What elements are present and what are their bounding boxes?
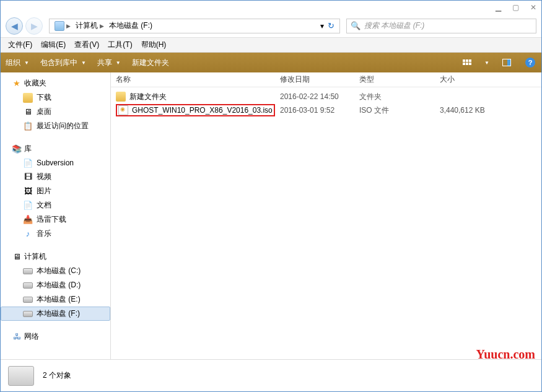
titlebar: ▁ ▢ ✕ xyxy=(1,1,541,14)
close-button[interactable]: ✕ xyxy=(530,3,536,12)
view-dropdown-icon[interactable]: ▼ xyxy=(484,60,489,66)
view-options-button[interactable] xyxy=(461,56,473,69)
navigation-pane: ★收藏夹 下载 🖥桌面 📋最近访问的位置 📚库 📄Subversion 🎞视频 … xyxy=(1,72,111,359)
sidebar-item-thunder[interactable]: 📥迅雷下载 xyxy=(1,212,110,227)
favorites-group[interactable]: ★收藏夹 xyxy=(1,76,110,90)
menu-bar: 文件(F) 编辑(E) 查看(V) 工具(T) 帮助(H) xyxy=(1,38,541,53)
computer-group[interactable]: 🖥计算机 xyxy=(1,250,110,264)
nav-bar: ◀ ▶ ▶ 计算机▶ 本地磁盘 (F:) ▾ ↻ 🔍 搜索 本地磁盘 (F:) xyxy=(1,14,541,38)
sidebar-item-recent[interactable]: 📋最近访问的位置 xyxy=(1,119,110,133)
desktop-icon: 🖥 xyxy=(23,107,33,117)
sidebar-item-drive-e[interactable]: 本地磁盘 (E:) xyxy=(1,292,110,307)
column-name[interactable]: 名称 xyxy=(111,74,275,85)
sidebar-item-drive-c[interactable]: 本地磁盘 (C:) xyxy=(1,264,110,278)
help-button[interactable]: ? xyxy=(524,56,536,69)
column-headers: 名称 修改日期 类型 大小 xyxy=(111,72,541,87)
breadcrumb-segment[interactable]: 计算机▶ xyxy=(73,19,107,33)
network-group[interactable]: 🖧网络 xyxy=(1,329,110,344)
highlighted-file: GHOST_WIN10_PRO_X86_V2016_03.iso xyxy=(116,104,275,116)
network-icon: 🖧 xyxy=(12,332,22,342)
column-type[interactable]: 类型 xyxy=(354,74,435,85)
column-date[interactable]: 修改日期 xyxy=(275,74,354,85)
breadcrumb-segment[interactable]: 本地磁盘 (F:) xyxy=(107,19,155,33)
file-list: 新建文件夹 2016-02-22 14:50 文件夹 GHOST_WIN10_P… xyxy=(111,87,541,359)
menu-file[interactable]: 文件(F) xyxy=(4,38,36,51)
sidebar-item-subversion[interactable]: 📄Subversion xyxy=(1,156,110,170)
breadcrumb-dropdown-icon[interactable]: ▾ xyxy=(320,22,324,30)
file-icon: 📄 xyxy=(23,158,33,168)
document-icon: 📄 xyxy=(23,201,33,211)
sidebar-item-music[interactable]: ♪音乐 xyxy=(1,227,110,241)
file-list-pane: 名称 修改日期 类型 大小 新建文件夹 2016-02-22 14:50 文件夹… xyxy=(111,72,541,359)
sidebar-item-drive-f[interactable]: 本地磁盘 (F:) xyxy=(1,307,110,321)
folder-icon xyxy=(23,93,33,103)
menu-view[interactable]: 查看(V) xyxy=(71,38,103,51)
organize-button[interactable]: 组织▼ xyxy=(6,58,29,68)
drive-icon xyxy=(23,311,33,317)
status-bar: 2 个对象 xyxy=(1,359,541,391)
forward-button[interactable]: ▶ xyxy=(25,17,43,35)
back-button[interactable]: ◀ xyxy=(6,17,23,35)
menu-edit[interactable]: 编辑(E) xyxy=(37,38,69,51)
sidebar-item-videos[interactable]: 🎞视频 xyxy=(1,170,110,184)
sidebar-item-desktop[interactable]: 🖥桌面 xyxy=(1,105,110,119)
drive-icon xyxy=(23,282,33,289)
menu-help[interactable]: 帮助(H) xyxy=(138,38,170,51)
share-button[interactable]: 共享▼ xyxy=(97,58,121,68)
status-text: 2 个对象 xyxy=(43,370,71,381)
column-size[interactable]: 大小 xyxy=(435,74,541,85)
preview-pane-button[interactable] xyxy=(500,56,513,69)
sidebar-item-downloads[interactable]: 下载 xyxy=(1,90,110,105)
video-icon: 🎞 xyxy=(23,172,33,182)
menu-tools[interactable]: 工具(T) xyxy=(104,38,136,51)
minimize-button[interactable]: ▁ xyxy=(496,3,501,12)
search-input[interactable]: 🔍 搜索 本地磁盘 (F:) xyxy=(346,19,536,33)
libraries-group[interactable]: 📚库 xyxy=(1,142,110,156)
sidebar-item-documents[interactable]: 📄文档 xyxy=(1,198,110,212)
star-icon: ★ xyxy=(12,79,22,89)
computer-icon: 🖥 xyxy=(12,252,22,262)
picture-icon: 🖼 xyxy=(23,186,33,196)
recent-icon: 📋 xyxy=(23,121,33,131)
drive-icon xyxy=(23,268,33,274)
address-bar[interactable]: ▶ 计算机▶ 本地磁盘 (F:) ▾ ↻ xyxy=(49,19,340,33)
download-icon: 📥 xyxy=(23,215,33,225)
search-icon: 🔍 xyxy=(351,21,361,30)
include-library-button[interactable]: 包含到库中▼ xyxy=(40,58,86,68)
command-bar: 组织▼ 包含到库中▼ 共享▼ 新建文件夹 ▼ ? xyxy=(1,53,541,72)
file-row[interactable]: 新建文件夹 2016-02-22 14:50 文件夹 xyxy=(111,90,541,103)
drive-large-icon xyxy=(8,366,34,386)
maximize-button[interactable]: ▢ xyxy=(512,3,519,12)
folder-icon xyxy=(116,92,126,102)
sidebar-item-drive-d[interactable]: 本地磁盘 (D:) xyxy=(1,278,110,292)
sidebar-item-pictures[interactable]: 🖼图片 xyxy=(1,184,110,198)
explorer-window: ▁ ▢ ✕ ◀ ▶ ▶ 计算机▶ 本地磁盘 (F:) ▾ ↻ 🔍 搜索 本地磁盘… xyxy=(0,0,542,392)
refresh-icon[interactable]: ↻ xyxy=(328,21,334,30)
iso-file-icon xyxy=(118,105,128,115)
library-icon: 📚 xyxy=(12,144,22,154)
drive-icon xyxy=(55,21,64,31)
search-placeholder: 搜索 本地磁盘 (F:) xyxy=(364,20,424,31)
new-folder-button[interactable]: 新建文件夹 xyxy=(132,58,169,68)
body: ★收藏夹 下载 🖥桌面 📋最近访问的位置 📚库 📄Subversion 🎞视频 … xyxy=(1,72,541,359)
music-icon: ♪ xyxy=(23,229,33,239)
drive-icon xyxy=(23,297,33,303)
file-row[interactable]: GHOST_WIN10_PRO_X86_V2016_03.iso 2016-03… xyxy=(111,103,541,117)
